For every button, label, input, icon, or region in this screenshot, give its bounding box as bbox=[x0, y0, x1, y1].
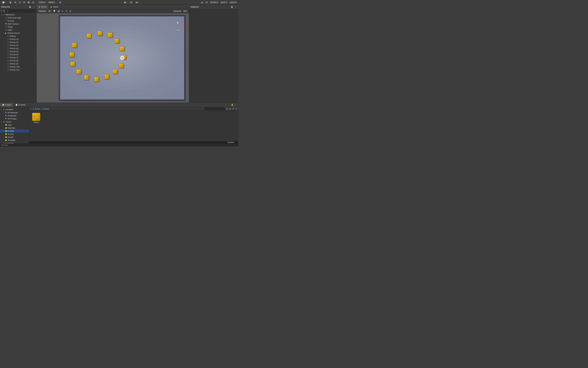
assets-grid[interactable]: PickUp bbox=[29, 111, 238, 141]
hierarchy-lock-btn[interactable]: 🔓 bbox=[28, 6, 32, 8]
bottom-more-btn[interactable]: ⋮ bbox=[235, 104, 237, 106]
move-tool-btn[interactable]: ✥ bbox=[13, 1, 17, 4]
rect-tool-btn[interactable]: ▣ bbox=[27, 1, 31, 4]
asset-pickup-thumbnail bbox=[32, 113, 40, 121]
assets-label-input: Input bbox=[8, 124, 12, 126]
tree-arrow-pickup6 bbox=[5, 54, 7, 55]
assets-icon-scenes: 📁 bbox=[5, 133, 7, 135]
account-dropdown[interactable]: Account ▾ bbox=[209, 1, 219, 4]
hierarchy-item-pickup[interactable]: ⬛PickUp⋮ bbox=[0, 35, 36, 38]
status-template-label: Template bbox=[1, 144, 8, 146]
hierarchy-item-pickup5[interactable]: ⬛PickUp (5)⋮ bbox=[0, 50, 36, 53]
hierarchy-item-pickup-parent[interactable]: ▾▶PickUp Parent bbox=[0, 32, 36, 35]
tree-more-pickup9: ⋮ bbox=[34, 63, 36, 64]
breadcrumb-assets[interactable]: Assets bbox=[35, 108, 41, 110]
assets-tree-item-template[interactable]: 📁Template bbox=[0, 139, 29, 142]
hierarchy-item-pickup2[interactable]: ⬛PickUp (2)⋮ bbox=[0, 41, 36, 44]
grid-btn[interactable]: ⊞ bbox=[58, 1, 62, 4]
unity-logo-btn[interactable] bbox=[1, 1, 6, 4]
assets-tree-item-scripts[interactable]: 📁Scripts bbox=[0, 136, 29, 139]
hierarchy-item-directional-light[interactable]: ☀Directional Light bbox=[0, 16, 36, 19]
assets-tree-item-packages[interactable]: ▸▶Packages bbox=[0, 142, 29, 143]
hierarchy-item-player[interactable]: ⬛Player bbox=[0, 25, 36, 28]
hierarchy-item-pickup9[interactable]: ⬛PickUp (9)⋮ bbox=[0, 62, 36, 65]
cloud-services-btn[interactable]: ☁ bbox=[200, 1, 204, 4]
hierarchy-filter-btn[interactable]: ▾ bbox=[3, 10, 5, 12]
game-icon: ▶ bbox=[51, 6, 52, 8]
inspector-lock-btn[interactable]: 🔓 bbox=[230, 6, 233, 8]
toolbar-right: ☁ ⚙ Account ▾ Layers ▾ Layout ▾ bbox=[200, 1, 237, 4]
assets-add-btn[interactable]: + bbox=[30, 108, 32, 110]
assets-arrow-assets: ▾ bbox=[1, 121, 3, 123]
global-btn[interactable]: Global ▾ bbox=[47, 1, 56, 4]
hierarchy-item-pickup3[interactable]: ⬛PickUp (3)⋮ bbox=[0, 44, 36, 47]
hierarchy-item-walls[interactable]: ⬛Walls bbox=[0, 28, 36, 32]
hierarchy-item-pickup4[interactable]: ⬛PickUp (4)⋮ bbox=[0, 47, 36, 50]
hierarchy-item-main-camera[interactable]: 📷Main Camera bbox=[0, 22, 36, 25]
scene-cube-3 bbox=[115, 38, 119, 43]
breadcrumb-prefabs[interactable]: Prefabs bbox=[43, 108, 49, 110]
scene-cube-0 bbox=[87, 33, 91, 38]
assets-search-input[interactable] bbox=[205, 108, 225, 110]
assets-icon3-btn[interactable]: 👁 bbox=[232, 108, 235, 110]
multi-tool-btn[interactable]: ⊕ bbox=[31, 1, 35, 4]
gizmos-dropdown[interactable]: Gizmos ▾ bbox=[173, 9, 182, 13]
scene-audio-btn[interactable]: 🔊 bbox=[57, 10, 61, 12]
assets-tree-item-input[interactable]: 📁Input bbox=[0, 123, 29, 126]
assets-filter-btn[interactable]: ▾ bbox=[33, 108, 34, 110]
assets-icon1-btn[interactable]: ⊞ bbox=[226, 108, 228, 110]
tab-project[interactable]: 📁 Project bbox=[0, 103, 13, 107]
layout-dropdown[interactable]: Layout ▾ bbox=[229, 1, 237, 4]
hand-tool-btn[interactable]: ✋ bbox=[8, 1, 13, 4]
step-btn[interactable]: ⏭ bbox=[134, 1, 139, 4]
play-btn[interactable]: ▶ bbox=[123, 1, 128, 4]
view-2d-btn[interactable]: 2D bbox=[47, 9, 52, 13]
rotate-tool-btn[interactable]: ↻ bbox=[18, 1, 22, 4]
hierarchy-item-pickup11[interactable]: ⬛PickUp (11)⋮ bbox=[0, 68, 36, 71]
all-dropdown[interactable]: All ▾ bbox=[183, 9, 188, 13]
hierarchy-add-btn[interactable]: + bbox=[1, 10, 3, 12]
settings-btn[interactable]: ⚙ bbox=[205, 1, 209, 4]
inspector-more-btn[interactable]: ⋮ bbox=[234, 6, 237, 8]
assets-tree-item-assets[interactable]: ▾▶Assets bbox=[0, 120, 29, 123]
hierarchy-item-pickup7[interactable]: ⬛PickUp (7)⋮ bbox=[0, 56, 36, 59]
hierarchy-item-pickup10[interactable]: ⬛PickUp (10)⋮ bbox=[0, 65, 36, 68]
assets-tree-item-all-models[interactable]: 🔍All Models bbox=[0, 114, 29, 117]
scale-tool-btn[interactable]: ⊞ bbox=[22, 1, 26, 4]
scene-grid-btn[interactable]: ⊞ bbox=[69, 10, 72, 12]
hierarchy-item-pickup8[interactable]: ⬛PickUp (8)⋮ bbox=[0, 59, 36, 62]
assets-tree-item-all-materials[interactable]: 🔍All Materials bbox=[0, 111, 29, 114]
tree-label-pickup6: PickUp (6) bbox=[10, 54, 18, 55]
hierarchy-content[interactable]: ▾⬡MiniGame*⋮☀Directional Light⬛Ground📷Ma… bbox=[0, 13, 36, 102]
assets-tree-item-prefabs[interactable]: 📁Prefabs bbox=[0, 129, 29, 133]
hierarchy-item-ground[interactable]: ⬛Ground bbox=[0, 19, 36, 22]
shading-dropdown[interactable]: Shaded ▾ bbox=[38, 9, 47, 13]
assets-tree-item-favorites[interactable]: ▾★Favorites bbox=[0, 108, 29, 111]
scrollbar-track[interactable] bbox=[30, 142, 238, 143]
scene-hidden-btn[interactable]: 👁 bbox=[65, 10, 68, 12]
tree-label-pickup8: PickUp (8) bbox=[10, 60, 18, 62]
tree-label-pickup9: PickUp (9) bbox=[10, 63, 18, 65]
asset-pickup[interactable]: PickUp bbox=[30, 112, 42, 124]
scene-viewport[interactable]: Z X < Top bbox=[37, 13, 189, 102]
tab-console[interactable]: 📋 Console bbox=[13, 103, 27, 107]
hierarchy-item-pickup6[interactable]: ⬛PickUp (6)⋮ bbox=[0, 53, 36, 56]
hierarchy-item-minigame[interactable]: ▾⬡MiniGame*⋮ bbox=[0, 13, 36, 16]
hierarchy-item-pickup1[interactable]: ⬛PickUp (1)⋮ bbox=[0, 38, 36, 41]
assets-icon-prefabs: 📁 bbox=[5, 130, 7, 132]
scene-light-btn[interactable]: 💡 bbox=[53, 10, 56, 12]
hierarchy-search-input[interactable] bbox=[6, 9, 36, 12]
assets-tree-item-materials[interactable]: 📁Materials bbox=[0, 126, 29, 129]
assets-icon2-btn[interactable]: ★ bbox=[229, 108, 231, 110]
hierarchy-more-btn[interactable]: ⋮ bbox=[32, 6, 35, 8]
tab-scene[interactable]: ◉ Scene bbox=[37, 5, 49, 9]
layers-dropdown[interactable]: Layers ▾ bbox=[220, 1, 228, 4]
scene-fx-btn[interactable]: ✦ bbox=[61, 10, 64, 12]
pause-btn[interactable]: ⏸ bbox=[129, 1, 134, 4]
center-btn[interactable]: Center ▾ bbox=[38, 1, 46, 4]
assets-tree-item-scenes[interactable]: 📁Scenes bbox=[0, 133, 29, 136]
assets-tree-item-all-prefabs[interactable]: 🔍All Prefabs bbox=[0, 117, 29, 120]
bottom-lock-btn[interactable]: 🔓 bbox=[231, 104, 234, 106]
tab-game[interactable]: ▶ Game bbox=[49, 5, 60, 9]
assets-icon-template: 📁 bbox=[5, 139, 7, 141]
